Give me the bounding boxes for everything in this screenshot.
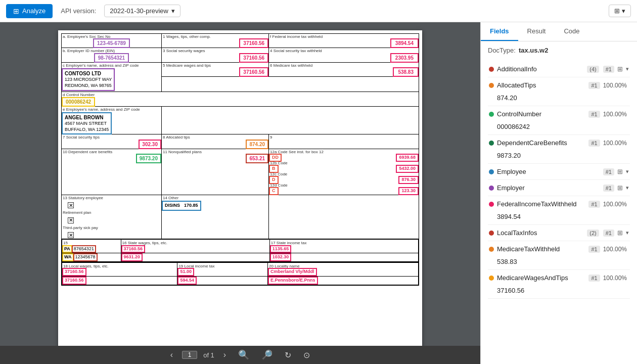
topbar-right: ⊞ ▾	[609, 5, 631, 17]
api-version-value: 2022-01-30-preview	[110, 7, 168, 15]
fields-list: AdditionalInfo (4) #1 ⊞ ▾ AllocatedTips …	[488, 61, 630, 299]
field-name-federalincometaxwithheld: FederalIncomeTaxWithheld	[497, 200, 584, 208]
val-12c: 876.30	[399, 177, 418, 183]
field-num-allocatedtips: #1	[588, 82, 600, 89]
field-dot-controlnumber	[489, 112, 494, 117]
field-num-medicaretaxwithheld: #1	[588, 246, 600, 253]
analyze-button[interactable]: ⊞ Analyze	[6, 4, 53, 18]
field-value-medicarewagesandtips: 37160.56	[488, 286, 630, 298]
ss-wages-value: 37160.56	[240, 54, 267, 62]
page-total-label: of 1	[203, 351, 214, 359]
prev-page-button[interactable]: ‹	[167, 349, 176, 360]
med-wages-value: 37160.56	[240, 68, 267, 76]
field-name-dependentcarebenefits: DependentCareBenefits	[497, 139, 584, 147]
api-version-label: API version:	[61, 7, 96, 15]
state-ein1: 87654321	[73, 246, 95, 252]
employee-addr2: BUFFALO, WA 12345	[65, 127, 109, 133]
main-layout: a. Employee's Soc Sec No 123-45-6789 1 W…	[0, 22, 637, 364]
field-item-federalincometaxwithheld: FederalIncomeTaxWithheld #1 100.00% 3894…	[488, 196, 630, 225]
wages-value: 37160.56	[240, 39, 267, 47]
field-header-medicaretaxwithheld[interactable]: MedicareTaxWithheld #1 100.00%	[488, 241, 630, 257]
table-icon-employer[interactable]: ⊞	[617, 184, 623, 192]
document-toolbar: ‹ of 1 › 🔍 🔎 ↻ ⊙	[0, 346, 480, 364]
locality1: Cmberland Vly/Mddl	[269, 269, 316, 275]
field-conf-controlnumber: 100.00%	[603, 111, 627, 118]
field-value-allocatedtips: 874.20	[488, 93, 630, 106]
next-page-button[interactable]: ›	[220, 349, 229, 360]
employer-addr2: REDMOND, WA 98765	[65, 83, 112, 89]
med-tax-value: 538.83	[394, 68, 418, 76]
field-num-federalincometaxwithheld: #1	[588, 201, 600, 208]
field-name-medicaretaxwithheld: MedicareTaxWithheld	[497, 245, 584, 253]
field-name-employer: Employer	[497, 184, 599, 192]
field-header-federalincometaxwithheld[interactable]: FederalIncomeTaxWithheld #1 100.00%	[488, 196, 630, 212]
tab-fields[interactable]: Fields	[481, 22, 518, 41]
employer-addr1: 123 MICROSOFT WAY	[65, 77, 112, 83]
field-item-employee: Employee #1 ⊞ ▾	[488, 164, 630, 180]
field-conf-medicarewagesandtips: 100.00%	[603, 275, 627, 282]
ein-value: 98-7654321	[95, 54, 128, 62]
field-header-employee[interactable]: Employee #1 ⊞ ▾	[488, 164, 630, 179]
layers-chevron-icon: ▾	[622, 7, 625, 15]
field-header-employer[interactable]: Employer #1 ⊞ ▾	[488, 180, 630, 196]
field-name-controlnumber: ControlNumber	[497, 110, 584, 118]
state1: PA	[63, 246, 71, 252]
chevron-employer[interactable]: ▾	[626, 185, 629, 191]
field-dot-dependentcarebenefits	[489, 141, 494, 146]
zoom-out-button[interactable]: 🔎	[258, 348, 276, 361]
page-number-input[interactable]	[182, 351, 197, 359]
field-header-medicarewagesandtips[interactable]: MedicareWagesAndTips #1 100.00%	[488, 270, 630, 286]
document-content[interactable]: a. Employee's Soc Sec No 123-45-6789 1 W…	[0, 22, 480, 346]
local-tax1: 51.00	[178, 269, 193, 275]
field-header-dependentcarebenefits[interactable]: DependentCareBenefits #1 100.00%	[488, 135, 630, 151]
field-header-localtaxinfos[interactable]: LocalTaxInfos (2) #1 ⊞ ▾	[488, 225, 630, 241]
table-icon-localtaxinfos[interactable]: ⊞	[617, 229, 623, 237]
field-num-localtaxinfos: #1	[603, 230, 614, 237]
field-conf-dependentcarebenefits: 100.00%	[603, 140, 627, 147]
field-conf-allocatedtips: 100.00%	[603, 82, 627, 89]
layers-icon: ⊞	[614, 7, 620, 15]
code-12c: D	[270, 177, 278, 183]
table-icon-employee[interactable]: ⊞	[617, 168, 623, 175]
field-value-medicaretaxwithheld: 538.83	[488, 257, 630, 269]
field-dot-allocatedtips	[489, 83, 494, 88]
state-ein2: 12345678	[74, 254, 97, 260]
state-wages1: 37160.56	[122, 246, 145, 252]
tab-code[interactable]: Code	[555, 22, 588, 41]
table-icon-additionalinfo[interactable]: ⊞	[617, 65, 623, 73]
fed-tax-value: 3894.54	[391, 39, 418, 47]
api-version-selector[interactable]: 2022-01-30-preview ▾	[104, 5, 180, 17]
analyze-icon: ⊞	[13, 7, 19, 15]
right-panel: Fields Result Code DocType: tax.us.w2 Ad…	[480, 22, 637, 364]
field-name-medicarewagesandtips: MedicareWagesAndTips	[497, 274, 584, 282]
panel-tabs: Fields Result Code	[481, 22, 637, 41]
field-value-federalincometaxwithheld: 3894.54	[488, 212, 630, 224]
chevron-additionalinfo[interactable]: ▾	[626, 66, 629, 72]
layers-button[interactable]: ⊞ ▾	[609, 5, 631, 17]
local-wages2: 37160.56	[63, 278, 85, 284]
panel-body: DocType: tax.us.w2 AdditionalInfo (4) #1…	[481, 41, 637, 364]
reset-view-button[interactable]: ⊙	[300, 349, 313, 361]
zoom-in-button[interactable]: 🔍	[235, 348, 252, 361]
doctype-label: DocType:	[488, 47, 516, 54]
val-12d: 123.30	[399, 188, 418, 194]
chevron-employee[interactable]: ▾	[626, 168, 629, 175]
dep-care-value: 9873.20	[137, 155, 160, 162]
rotate-button[interactable]: ↻	[282, 349, 294, 361]
field-num-employee: #1	[603, 168, 614, 175]
field-item-medicarewagesandtips: MedicareWagesAndTips #1 100.00% 37160.56	[488, 270, 630, 299]
chevron-down-icon: ▾	[171, 7, 175, 15]
field-dot-medicaretaxwithheld	[489, 247, 494, 252]
field-header-controlnumber[interactable]: ControlNumber #1 100.00%	[488, 106, 630, 122]
field-value-controlnumber: 000086242	[488, 122, 630, 134]
field-header-allocatedtips[interactable]: AllocatedTips #1 100.00%	[488, 77, 630, 93]
chevron-localtaxinfos[interactable]: ▾	[626, 230, 629, 236]
state-tax2: 1032.30	[271, 254, 291, 260]
other-val: 170.85	[184, 203, 198, 209]
other-label: DISINS	[165, 203, 180, 209]
field-header-additionalinfo[interactable]: AdditionalInfo (4) #1 ⊞ ▾	[488, 61, 630, 77]
field-num-employer: #1	[603, 185, 614, 192]
field-num-additionalinfo: #1	[603, 66, 614, 73]
field-value-dependentcarebenefits: 9873.20	[488, 151, 630, 163]
tab-result[interactable]: Result	[518, 22, 555, 41]
